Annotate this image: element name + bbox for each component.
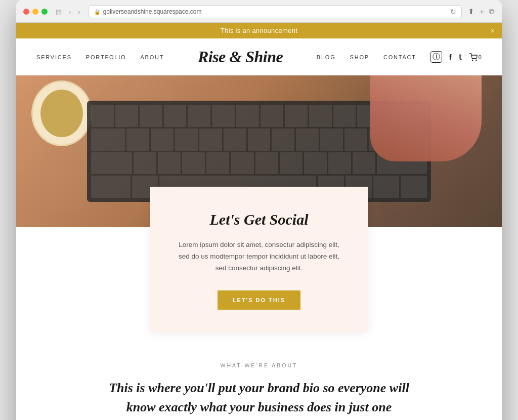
announcement-close-button[interactable]: × xyxy=(491,27,495,35)
nav-services[interactable]: SERVICES xyxy=(36,54,72,60)
nav-blog[interactable]: BLOG xyxy=(317,54,336,60)
announcement-bar: This is an announcement × xyxy=(16,23,502,38)
forward-button[interactable]: › xyxy=(76,7,82,17)
svg-point-0 xyxy=(472,60,472,60)
browser-chrome: ▤ ‹ › 🔒 goliverseandshine.squarespace.co… xyxy=(16,0,502,23)
site-logo[interactable]: Rise & Shine xyxy=(198,48,283,66)
nav-portfolio[interactable]: PORTFOLIO xyxy=(86,54,126,60)
about-label: WHAT WE'RE ABOUT xyxy=(67,362,451,368)
social-card-wrapper: Let's Get Social Lorem ipsum dolor sit a… xyxy=(16,187,502,332)
social-card-title: Let's Get Social xyxy=(176,211,342,228)
kb-key xyxy=(91,105,114,127)
coffee-cup-image xyxy=(31,80,92,146)
lock-icon: 🔒 xyxy=(94,9,100,15)
instagram-icon[interactable]: Ⓘ xyxy=(430,51,442,63)
minimize-button[interactable] xyxy=(32,9,38,15)
site-content: This is an announcement × SERVICES PORTF… xyxy=(16,23,502,420)
svg-point-1 xyxy=(476,60,477,60)
browser-window: ▤ ‹ › 🔒 goliverseandshine.squarespace.co… xyxy=(16,0,502,420)
nav-right: BLOG SHOP CONTACT Ⓘ f 𝕥 0 xyxy=(317,51,482,63)
url-text: goliverseandshine.squarespace.com xyxy=(103,8,202,15)
about-section: WHAT WE'RE ABOUT This is where you'll pu… xyxy=(16,332,502,420)
nav-social-icons: Ⓘ f 𝕥 0 xyxy=(430,51,482,63)
social-card-button[interactable]: LET'S DO THIS xyxy=(218,290,300,310)
nav-shop[interactable]: SHOP xyxy=(350,54,369,60)
browser-controls: ▤ ‹ › xyxy=(54,7,82,17)
back-button[interactable]: ‹ xyxy=(67,7,73,17)
close-button[interactable] xyxy=(23,9,29,15)
traffic-lights xyxy=(23,9,48,15)
about-heading: This is where you'll put your brand bio … xyxy=(107,379,411,420)
twitter-icon[interactable]: 𝕥 xyxy=(459,53,462,62)
social-card: Let's Get Social Lorem ipsum dolor sit a… xyxy=(150,187,368,332)
address-bar[interactable]: 🔒 goliverseandshine.squarespace.com ↻ xyxy=(89,5,462,18)
navigation: SERVICES PORTFOLIO ABOUT Rise & Shine BL… xyxy=(16,38,502,75)
add-tab-icon[interactable]: + xyxy=(480,7,484,16)
coffee-inner xyxy=(40,90,83,137)
maximize-button[interactable] xyxy=(41,9,48,15)
social-card-body: Lorem ipsum dolor sit amet, consectur ad… xyxy=(176,239,342,274)
cart-count: 0 xyxy=(479,54,482,60)
sidebar-toggle-icon[interactable]: ▤ xyxy=(54,7,64,17)
duplicate-icon[interactable]: ⧉ xyxy=(489,7,495,16)
announcement-text: This is an announcement xyxy=(221,27,297,34)
share-icon[interactable]: ⬆ xyxy=(468,7,474,16)
nav-about[interactable]: ABOUT xyxy=(140,54,164,60)
nav-contact[interactable]: CONTACT xyxy=(383,54,416,60)
nav-left: SERVICES PORTFOLIO ABOUT xyxy=(36,54,164,60)
reload-icon[interactable]: ↻ xyxy=(450,8,456,16)
browser-actions: ⬆ + ⧉ xyxy=(468,7,495,16)
facebook-icon[interactable]: f xyxy=(449,53,452,61)
kb-row-3 xyxy=(91,152,427,175)
cart-icon[interactable]: 0 xyxy=(469,53,482,61)
hand-image xyxy=(370,75,482,161)
